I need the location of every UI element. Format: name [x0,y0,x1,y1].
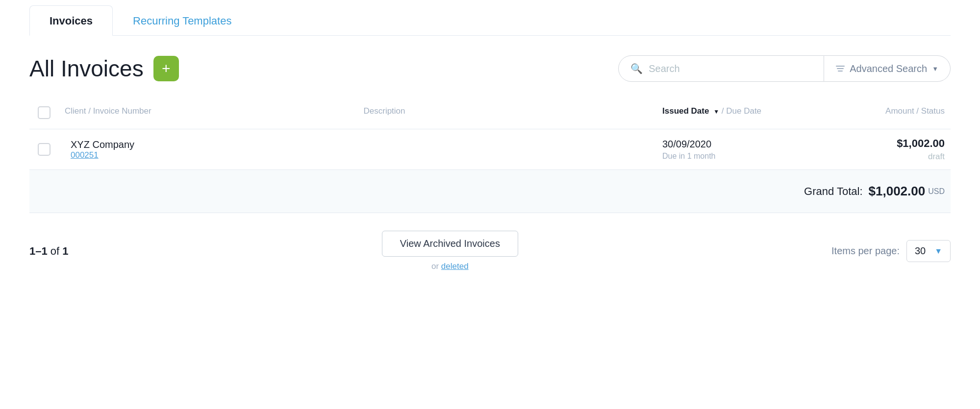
issued-date-header[interactable]: Issued Date ▼ / Due Date [656,102,813,123]
client-invoice-header: Client / Invoice Number [59,102,358,123]
filter-icon [836,66,845,72]
search-icon: 🔍 [630,63,643,74]
tab-invoices[interactable]: Invoices [29,5,113,36]
row-checkbox[interactable] [38,143,50,156]
amount-cell: $1,002.00 draft [813,137,951,162]
header-right: 🔍 Advanced Search ▼ [618,55,951,82]
items-per-page-select[interactable]: 30 ▼ [906,240,951,262]
items-per-page-label: Items per page: [831,245,900,257]
amount-status-header: Amount / Status [813,102,951,123]
invoice-number-link[interactable]: 000251 [65,150,352,160]
tabs-row: Invoices Recurring Templates [29,0,951,36]
description-header: Description [358,102,657,123]
footer-right: Items per page: 30 ▼ [831,240,951,262]
table-header: Client / Invoice Number Description Issu… [29,96,951,129]
pagination-info: 1–1 of 1 [29,245,69,258]
view-archived-button[interactable]: View Archived Invoices [382,231,518,257]
items-per-page-value: 30 [915,245,926,257]
issued-date-value: 30/09/2020 [662,139,807,150]
tab-recurring-templates[interactable]: Recurring Templates [113,5,251,36]
row-select-cell [29,143,59,156]
pagination-range: 1–1 [29,245,48,257]
footer-row: 1–1 of 1 View Archived Invoices or delet… [29,213,951,276]
amount-value: $1,002.00 [819,137,945,150]
sort-arrow-icon: ▼ [713,108,719,115]
grand-total-row: Grand Total: $1,002.00 USD [29,170,951,213]
due-date-value: Due in 1 month [662,152,807,161]
select-all-checkbox[interactable] [38,106,50,119]
add-invoice-button[interactable]: + [153,56,179,81]
date-cell: 30/09/2020 Due in 1 month [656,139,813,161]
advanced-search-button[interactable]: Advanced Search ▼ [824,55,951,82]
chevron-down-icon: ▼ [932,65,938,72]
chevron-down-icon: ▼ [934,247,942,256]
search-input[interactable] [649,63,812,74]
invoices-table: Client / Invoice Number Description Issu… [29,96,951,213]
grand-total-label: Grand Total: [804,185,862,198]
client-name: XYZ Company [65,139,352,150]
select-all-header [29,102,59,123]
or-deleted-text: or deleted [431,262,469,271]
pagination-of: of [50,245,62,257]
grand-total-amount: $1,002.00 [869,184,926,199]
footer-center: View Archived Invoices or deleted [382,231,518,271]
deleted-link[interactable]: deleted [441,262,469,271]
header-row: All Invoices + 🔍 Advanced Search ▼ [29,36,951,96]
plus-icon: + [162,60,171,77]
status-badge: draft [819,152,945,162]
header-left: All Invoices + [29,55,179,82]
page-title: All Invoices [29,55,144,82]
pagination-total: 1 [62,245,68,257]
client-info-cell: XYZ Company 000251 [59,139,358,160]
table-row: XYZ Company 000251 30/09/2020 Due in 1 m… [29,129,951,170]
search-box: 🔍 [618,55,824,82]
grand-total-currency: USD [928,187,945,196]
